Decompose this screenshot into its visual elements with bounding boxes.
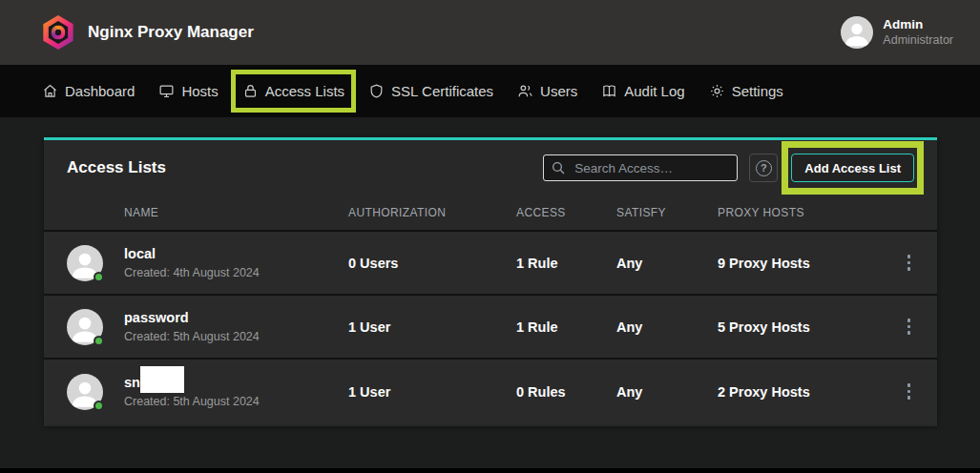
nav-label: Access Lists [265, 83, 344, 99]
add-access-list-button[interactable]: Add Access List [791, 154, 914, 182]
shield-icon [368, 83, 385, 99]
created-date: Created: 5th August 2024 [124, 393, 348, 410]
access-list-name: local [124, 244, 348, 264]
help-icon: ? [756, 160, 772, 176]
panel-header: Access Lists ? Add Access List [44, 140, 937, 195]
row-avatar [67, 309, 103, 345]
panel-title: Access Lists [67, 158, 166, 177]
online-status-dot [94, 401, 104, 411]
created-date: Created: 4th August 2024 [124, 264, 348, 281]
table-header-row: NAME AUTHORIZATION ACCESS SATISFY PROXY … [44, 195, 937, 232]
user-avatar[interactable] [841, 16, 873, 49]
nav-item-ssl-certificates[interactable]: SSL Certificates [368, 83, 493, 99]
row-actions-kebab-icon[interactable] [904, 380, 915, 403]
table-row[interactable]: sn Created: 5th August 2024 1 User 0 Rul… [44, 360, 937, 423]
access-value: 0 Rules [516, 384, 616, 400]
user-menu[interactable]: Admin Administrator [841, 16, 953, 49]
lock-icon [242, 83, 259, 99]
proxy-hosts-value: 5 Proxy Hosts [718, 319, 880, 335]
column-header-proxy-hosts: PROXY HOSTS [718, 206, 880, 219]
online-status-dot [94, 336, 104, 346]
access-value: 1 Rule [516, 256, 616, 271]
redaction-box [140, 366, 184, 393]
satisfy-value: Any [616, 384, 718, 400]
search-input[interactable] [543, 154, 738, 181]
nav-label: Users [540, 83, 577, 99]
authorization-value: 0 Users [348, 256, 516, 271]
gear-icon [709, 83, 725, 99]
created-date: Created: 5th August 2024 [124, 328, 348, 345]
nginx-proxy-manager-logo-icon [42, 15, 74, 50]
proxy-hosts-value: 9 Proxy Hosts [718, 256, 880, 271]
users-icon [517, 83, 533, 99]
authorization-value: 1 User [348, 319, 516, 335]
column-header-access: ACCESS [516, 206, 616, 219]
help-button[interactable]: ? [749, 154, 778, 182]
proxy-hosts-value: 2 Proxy Hosts [718, 384, 880, 400]
satisfy-value: Any [616, 256, 718, 271]
person-icon [841, 16, 873, 49]
nav-item-settings[interactable]: Settings [709, 83, 783, 99]
nav-item-users[interactable]: Users [517, 83, 577, 99]
row-actions-kebab-icon[interactable] [904, 251, 915, 275]
column-header-satisfy: SATISFY [616, 206, 718, 219]
home-icon [42, 83, 58, 99]
app-title: Nginx Proxy Manager [88, 23, 254, 42]
table-row[interactable]: password Created: 5th August 2024 1 User… [44, 296, 937, 360]
nav-item-audit-log[interactable]: Audit Log [601, 83, 684, 99]
row-avatar [67, 374, 103, 410]
user-name: Admin [883, 17, 953, 33]
monitor-icon [158, 83, 175, 99]
nav-item-dashboard[interactable]: Dashboard [42, 83, 135, 99]
nav-item-hosts[interactable]: Hosts [158, 83, 218, 99]
access-value: 1 Rule [516, 319, 616, 335]
row-actions-kebab-icon[interactable] [904, 315, 915, 339]
search-box [543, 154, 738, 181]
access-lists-panel: Access Lists ? Add Access List NAME AUTH… [44, 137, 937, 426]
satisfy-value: Any [616, 319, 718, 335]
row-avatar [67, 245, 103, 281]
main-nav: Dashboard Hosts Access Lists SSL Certifi… [0, 65, 980, 117]
table-row[interactable]: local Created: 4th August 2024 0 Users 1… [44, 232, 937, 296]
book-icon [601, 83, 617, 99]
user-role: Administrator [883, 33, 953, 49]
nav-label: Audit Log [624, 83, 684, 99]
nav-label: SSL Certificates [391, 83, 493, 99]
column-header-name: NAME [124, 206, 348, 219]
nav-label: Dashboard [65, 83, 135, 99]
online-status-dot [94, 272, 104, 282]
access-list-name: password [124, 308, 348, 328]
bottom-edge-strip [0, 468, 980, 473]
column-header-authorization: AUTHORIZATION [348, 206, 516, 219]
authorization-value: 1 User [348, 384, 516, 400]
nav-label: Hosts [181, 83, 218, 99]
app-header: Nginx Proxy Manager Admin Administrator [0, 0, 980, 65]
nav-label: Settings [732, 83, 783, 99]
nav-item-access-lists[interactable]: Access Lists [242, 83, 344, 99]
search-icon [551, 160, 566, 175]
